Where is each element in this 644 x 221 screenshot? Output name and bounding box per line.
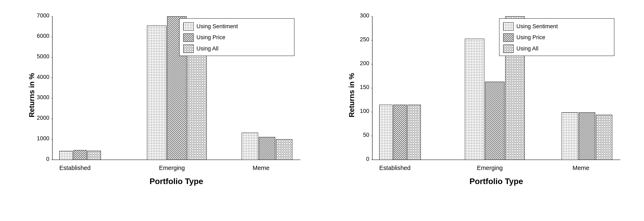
chart1-bar-est-price	[74, 150, 86, 160]
chart1-xlabel-emg: Emerging	[159, 164, 185, 171]
chart2-ylabel: Returns in %	[348, 73, 356, 117]
chart1-xlabel: Portfolio Type	[150, 177, 203, 186]
chart2-xlabel-meme: Meme	[572, 164, 589, 171]
chart1-wrapper: 0 1000 2000 3000 4000 5000 6000 7000 Ret…	[2, 4, 322, 217]
chart2-bar-emg-sentiment	[465, 39, 484, 160]
chart2-bar-meme-price	[579, 112, 595, 160]
chart2-bar-est-sentiment	[380, 105, 392, 160]
chart2-bar-est-price	[394, 105, 406, 160]
svg-rect-19	[184, 34, 194, 42]
chart2-legend-sentiment: Using Sentiment	[516, 23, 558, 30]
chart2-ytick-200: 200	[360, 60, 369, 66]
chart1-legend-all: Using All	[196, 45, 218, 52]
chart2-bar-est-all	[408, 105, 421, 160]
chart2-xlabel-emg: Emerging	[477, 164, 503, 171]
chart1-legend-price: Using Price	[196, 34, 225, 41]
chart1-legend-sentiment: Using Sentiment	[196, 23, 238, 30]
charts-container: 0 1000 2000 3000 4000 5000 6000 7000 Ret…	[0, 0, 644, 221]
svg-rect-18	[184, 23, 194, 31]
chart2-bar-meme-all	[596, 115, 612, 160]
chart2-xlabel: Portfolio Type	[470, 177, 523, 186]
chart1-bar-est-all	[88, 151, 101, 160]
chart2-bar-meme-sentiment	[562, 112, 578, 160]
chart1-ylabel: Returns in %	[28, 73, 36, 117]
chart2-bar-emg-price	[485, 82, 504, 160]
chart1-ytick-5000: 5000	[37, 53, 50, 60]
chart2-wrapper: 0 50 100 150 200 250 300 Returns in %	[322, 4, 642, 217]
chart1-bar-emg-sentiment	[147, 26, 166, 160]
chart2-xlabel-est: Established	[379, 164, 410, 171]
chart2-ytick-50: 50	[363, 132, 369, 138]
chart2-ytick-250: 250	[360, 36, 369, 43]
chart1-ytick-4000: 4000	[37, 74, 50, 80]
svg-rect-40	[503, 45, 514, 53]
chart1-ytick-6000: 6000	[37, 33, 50, 39]
chart2-svg: 0 50 100 150 200 250 300 Returns in %	[345, 10, 634, 196]
chart2-legend-price: Using Price	[516, 34, 545, 41]
chart2-ytick-150: 150	[360, 84, 369, 90]
svg-rect-20	[184, 45, 194, 53]
chart1-ytick-3000: 3000	[37, 94, 50, 100]
chart1-xlabel-meme: Meme	[252, 164, 269, 171]
chart2-ytick-300: 300	[360, 12, 369, 19]
chart1-bar-est-sentiment	[60, 151, 72, 160]
chart1-bar-meme-all	[276, 139, 292, 160]
chart1-bar-meme-sentiment	[242, 133, 258, 160]
svg-rect-38	[503, 23, 514, 31]
chart1-ytick-0: 0	[46, 156, 49, 162]
chart1-ytick-7000: 7000	[37, 12, 50, 19]
chart2-ytick-100: 100	[360, 108, 369, 114]
chart1-xlabel-est: Established	[59, 164, 90, 171]
chart1-ytick-2000: 2000	[37, 115, 50, 121]
chart1-bar-meme-price	[259, 137, 275, 160]
svg-rect-39	[503, 34, 514, 42]
chart1-bar-emg-all	[188, 44, 206, 160]
chart1-ytick-1000: 1000	[37, 135, 50, 141]
chart2-ytick-0: 0	[366, 156, 369, 162]
chart1-svg: 0 1000 2000 3000 4000 5000 6000 7000 Ret…	[25, 10, 314, 196]
chart2-legend-all: Using All	[516, 45, 538, 52]
